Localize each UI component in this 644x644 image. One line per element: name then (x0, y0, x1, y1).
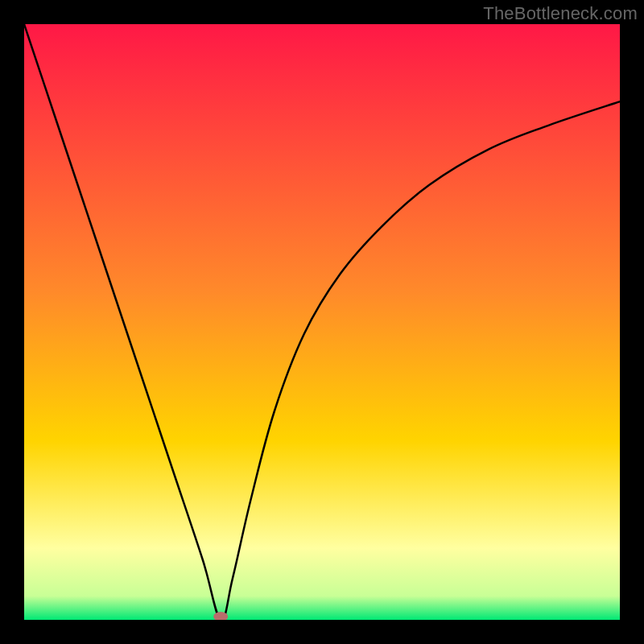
plot-area (24, 24, 620, 620)
chart-svg (24, 24, 620, 620)
chart-frame: TheBottleneck.com (0, 0, 644, 644)
gradient-background (24, 24, 620, 620)
watermark-text: TheBottleneck.com (483, 3, 638, 24)
